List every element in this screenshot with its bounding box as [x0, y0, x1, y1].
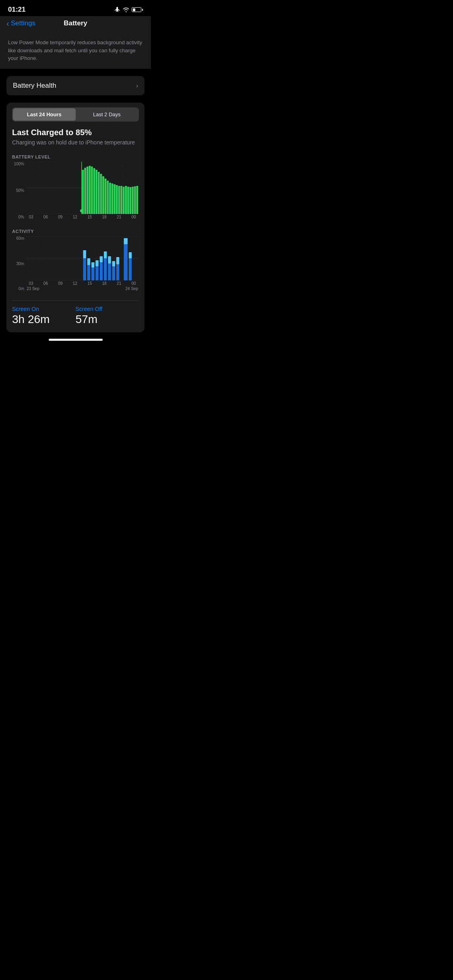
- battery-y-100: 100%: [14, 162, 24, 166]
- status-time: 01:21: [8, 6, 25, 14]
- svg-rect-14: [87, 167, 89, 214]
- svg-rect-21: [102, 176, 104, 214]
- svg-rect-31: [125, 186, 127, 214]
- svg-rect-15: [89, 166, 91, 214]
- svg-rect-28: [118, 186, 120, 214]
- act-x-18: 18: [100, 281, 109, 286]
- svg-rect-36: [136, 186, 138, 214]
- charge-info: Last Charged to 85% Charging was on hold…: [12, 128, 139, 147]
- svg-rect-26: [114, 184, 116, 214]
- svg-rect-54: [95, 260, 98, 266]
- svg-rect-25: [112, 183, 114, 214]
- battery-health-section: Battery Health ›: [6, 76, 145, 95]
- x-label-09: 09: [56, 215, 65, 219]
- status-icons: [114, 6, 143, 13]
- svg-rect-57: [104, 258, 107, 280]
- svg-rect-68: [129, 252, 132, 258]
- svg-rect-67: [129, 258, 132, 280]
- svg-rect-17: [93, 168, 95, 214]
- battery-y-50: 50%: [16, 188, 24, 193]
- screen-stats: Screen On 3h 26m Screen Off 57m: [12, 301, 139, 326]
- chevron-right-icon: ›: [136, 82, 138, 89]
- act-x-09: 09: [56, 281, 65, 286]
- svg-rect-16: [91, 167, 93, 214]
- svg-rect-32: [127, 187, 129, 214]
- back-chevron-icon: ‹: [6, 19, 9, 27]
- svg-rect-63: [116, 264, 119, 280]
- svg-rect-35: [134, 186, 136, 214]
- screen-on-stat: Screen On 3h 26m: [12, 306, 76, 326]
- tab-24h[interactable]: Last 24 Hours: [13, 108, 76, 121]
- x-label-12: 12: [70, 215, 79, 219]
- svg-rect-62: [112, 261, 115, 266]
- svg-rect-58: [104, 251, 107, 258]
- svg-rect-56: [100, 256, 103, 262]
- screen-off-value: 57m: [76, 313, 139, 326]
- act-x-21: 21: [115, 281, 124, 286]
- wifi-icon: [123, 7, 129, 12]
- x-label-03: 03: [27, 215, 35, 219]
- svg-rect-60: [108, 256, 111, 264]
- screen-on-label: Screen On: [12, 306, 76, 312]
- svg-rect-20: [100, 174, 102, 214]
- airplane-icon: [114, 6, 120, 13]
- svg-rect-59: [108, 264, 111, 280]
- act-x-03: 03: [27, 281, 35, 286]
- activity-chart: ACTIVITY 60m 30m 0m: [12, 229, 139, 291]
- act-x-00: 00: [129, 281, 138, 286]
- svg-rect-65: [124, 244, 128, 280]
- svg-rect-53: [95, 266, 98, 280]
- back-label: Settings: [11, 19, 35, 27]
- home-indicator: [49, 339, 103, 341]
- svg-rect-12: [82, 170, 84, 214]
- x-label-18: 18: [100, 215, 109, 219]
- svg-rect-29: [120, 186, 122, 214]
- low-power-description: Low Power Mode temporarily reduces backg…: [0, 32, 151, 69]
- svg-rect-27: [116, 185, 118, 214]
- screen-on-value: 3h 26m: [12, 313, 76, 326]
- svg-rect-18: [95, 170, 97, 214]
- x-label-15: 15: [85, 215, 94, 219]
- svg-rect-30: [123, 187, 125, 214]
- date-label-23sep: 23 Sep: [27, 286, 39, 291]
- battery-health-label: Battery Health: [13, 82, 56, 90]
- battery-usage-section: Last 24 Hours Last 2 Days Last Charged t…: [6, 103, 145, 333]
- nav-header: ‹ Settings Battery: [0, 16, 151, 32]
- svg-rect-48: [83, 250, 86, 258]
- date-label-24sep: 24 Sep: [125, 286, 138, 291]
- activity-y-0m: 0m: [19, 286, 24, 291]
- activity-svg: [26, 236, 139, 280]
- act-x-06: 06: [41, 281, 50, 286]
- screen-off-stat: Screen Off 57m: [76, 306, 139, 326]
- svg-rect-47: [83, 258, 86, 280]
- svg-rect-33: [130, 187, 132, 214]
- status-bar: 01:21: [0, 0, 151, 16]
- svg-rect-19: [98, 172, 100, 214]
- svg-rect-22: [105, 179, 107, 214]
- x-label-21: 21: [115, 215, 124, 219]
- svg-rect-24: [109, 183, 111, 214]
- svg-rect-51: [91, 268, 94, 280]
- x-label-06: 06: [41, 215, 50, 219]
- svg-rect-61: [112, 266, 115, 280]
- activity-y-60m: 60m: [17, 236, 24, 241]
- battery-y-0: 0%: [19, 215, 24, 219]
- screen-off-label: Screen Off: [76, 306, 139, 312]
- svg-rect-49: [87, 265, 90, 280]
- battery-level-svg: [26, 162, 139, 214]
- content: Low Power Mode temporarily reduces backg…: [0, 32, 151, 341]
- tab-selector: Last 24 Hours Last 2 Days: [12, 107, 139, 121]
- svg-rect-50: [87, 258, 90, 265]
- activity-y-30m: 30m: [17, 261, 24, 266]
- svg-rect-66: [124, 238, 128, 244]
- svg-rect-23: [107, 181, 109, 214]
- svg-rect-13: [84, 168, 86, 214]
- back-button[interactable]: ‹ Settings: [6, 19, 35, 27]
- act-x-12: 12: [70, 281, 79, 286]
- charge-subtitle: Charging was on hold due to iPhone tempe…: [12, 139, 139, 147]
- battery-icon: [132, 7, 143, 12]
- tab-2days[interactable]: Last 2 Days: [76, 108, 139, 121]
- svg-rect-34: [132, 187, 134, 214]
- battery-level-chart: BATTERY LEVEL 100% 50% 0%: [12, 154, 139, 219]
- battery-health-row[interactable]: Battery Health ›: [6, 76, 145, 95]
